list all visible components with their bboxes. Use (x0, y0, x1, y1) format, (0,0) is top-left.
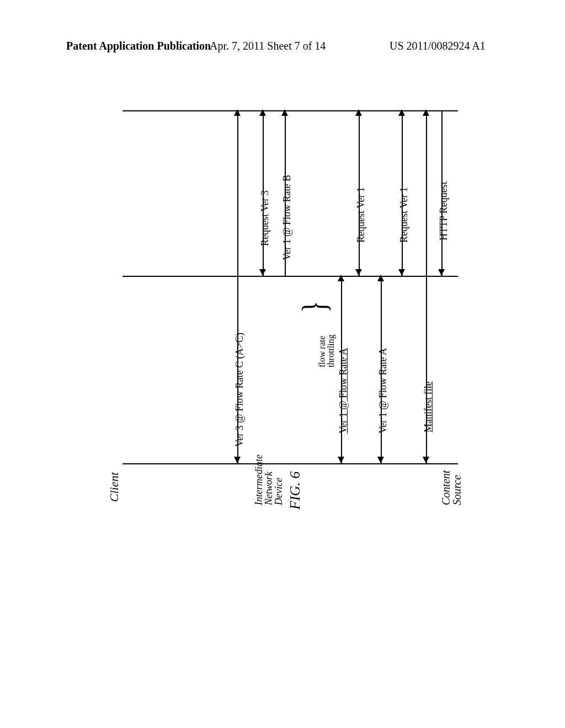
arrow-up-icon (234, 109, 241, 116)
note-throttling: flow rate throttling (318, 334, 335, 367)
arrow-down-icon (377, 457, 384, 463)
arrow-down-icon (398, 269, 405, 276)
msg-ver1-flowrate-a: Ver 1 @ Flow Rate A (377, 348, 389, 433)
page: Patent Application Publication Apr. 7, 2… (0, 0, 565, 728)
brace-icon: } (294, 301, 334, 313)
arrow-down-icon (259, 269, 266, 276)
msg-request-ver1-a: Request Ver 1 (398, 187, 410, 243)
header-right: US 2011/0082924 A1 (390, 40, 486, 52)
arrow-down-icon (438, 269, 445, 276)
msg-manifest-file: Manifest file (423, 382, 434, 432)
header-center: Apr. 7, 2011 Sheet 7 of 14 (210, 40, 326, 52)
sequence-diagram: Client Intermediate Network Device Conte… (99, 110, 458, 507)
lifeline-content-source-text: Content Source (440, 470, 463, 505)
msg-request-ver3: Request Ver 3 (259, 190, 271, 246)
note-throttling-text: flow rate throttling (317, 334, 335, 367)
msg-http-request: HTTP Request (438, 181, 450, 240)
arrow-down-icon (423, 457, 429, 463)
lifeline-content-source: Content Source (440, 470, 462, 505)
arrow-down-icon (355, 269, 362, 276)
lifeline-client-line (122, 110, 458, 111)
arrow-up-icon (338, 275, 344, 281)
arrow-up-icon (398, 109, 405, 116)
msg-ver3-flowrate-c: Ver 3 @ Flow Rate C (A>C) (234, 333, 246, 447)
lifeline-intermediate-line (122, 276, 458, 277)
arrow-down-icon (234, 457, 241, 463)
lifeline-source-line (122, 463, 458, 464)
msg-request-ver1-b: Request Ver 1 (355, 187, 367, 243)
arrow-up-icon (377, 275, 384, 281)
arrow-up-icon (423, 109, 429, 116)
arrow-down-icon (338, 457, 344, 463)
lifeline-intermediate: Intermediate Network Device (254, 454, 284, 505)
arrow-up-icon (259, 109, 266, 116)
header-left: Patent Application Publication (66, 40, 211, 52)
arrow-up-icon (281, 109, 288, 116)
msg-ver1-flowrate-b: Ver 1 @ Flow Rate B (281, 175, 293, 260)
lifeline-client: Client (107, 472, 121, 502)
msg-ver1-flowrate-a2: Ver 1 @ Flow Rate A (338, 348, 349, 433)
lifeline-intermediate-text: Intermediate Network Device (253, 454, 284, 505)
arrow-up-icon (355, 109, 362, 116)
figure-caption: FIG. 6 (287, 472, 303, 510)
msg1-tick (441, 110, 443, 118)
